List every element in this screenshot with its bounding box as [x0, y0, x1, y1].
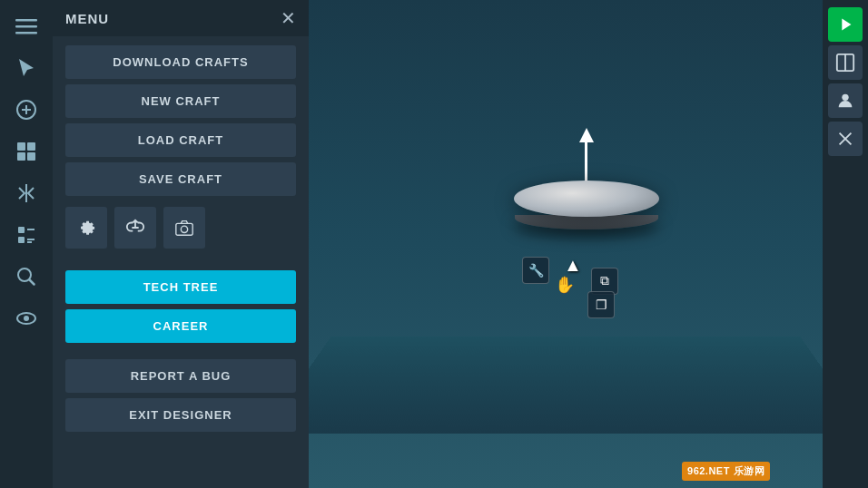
download-crafts-button[interactable]: DOWNLOAD CRAFTS — [65, 45, 296, 79]
tool-icon[interactable]: 🔧 — [522, 257, 549, 284]
search-icon[interactable] — [7, 258, 45, 296]
split-view-button[interactable] — [828, 45, 863, 80]
viewport-floor — [309, 337, 823, 434]
career-button[interactable]: CAREER — [65, 309, 296, 343]
mirror-icon[interactable] — [7, 174, 45, 212]
parts-list-icon[interactable] — [7, 132, 45, 171]
svg-rect-9 — [18, 237, 25, 243]
camera-button[interactable] — [163, 207, 205, 249]
craft-container — [514, 181, 659, 229]
report-bug-button[interactable]: REPORT A BUG — [65, 359, 296, 393]
settings-button[interactable] — [65, 207, 107, 249]
menu-header: MENU ✕ — [53, 0, 309, 36]
tools-button[interactable] — [828, 122, 863, 156]
menu-panel: MENU ✕ DOWNLOAD CRAFTS NEW CRAFT LOAD CR… — [53, 0, 309, 488]
new-craft-button[interactable]: NEW CRAFT — [65, 84, 296, 118]
share-button[interactable] — [114, 207, 156, 249]
play-button[interactable] — [828, 7, 863, 42]
svg-rect-13 — [176, 223, 192, 235]
viewport[interactable]: ▲ ✋ 🔧 ⧉ ❐ 962.NET 乐游网 — [309, 0, 823, 488]
cursor-tool-icon[interactable] — [7, 49, 45, 87]
exit-designer-button[interactable]: EXIT DESIGNER — [65, 398, 296, 432]
load-craft-button[interactable]: LOAD CRAFT — [65, 123, 296, 157]
tech-tree-button[interactable]: TECH TREE — [65, 270, 296, 304]
svg-point-17 — [842, 94, 848, 101]
add-part-icon[interactable] — [7, 91, 45, 129]
svg-rect-5 — [27, 142, 35, 151]
save-craft-button[interactable]: SAVE CRAFT — [65, 162, 296, 196]
svg-rect-4 — [17, 142, 25, 151]
user-button[interactable] — [828, 83, 863, 118]
svg-rect-2 — [15, 32, 37, 34]
svg-point-14 — [181, 226, 187, 232]
right-panel — [823, 0, 868, 488]
craft-disc-bottom — [515, 215, 658, 229]
svg-rect-0 — [15, 19, 37, 22]
grab-hand-icon: ✋ — [555, 275, 575, 295]
view-icon[interactable] — [7, 299, 45, 337]
svg-rect-6 — [17, 152, 25, 161]
hamburger-menu-icon[interactable] — [7, 7, 45, 45]
watermark-site: 962.NET — [687, 465, 730, 476]
checklist-icon[interactable] — [7, 216, 45, 254]
sidebar-icons — [0, 0, 53, 488]
craft-disc-top — [514, 181, 659, 217]
watermark: 962.NET 乐游网 — [682, 462, 770, 481]
cursor-pointer-icon: ▲ — [564, 255, 582, 276]
menu-title: MENU — [65, 11, 109, 26]
svg-rect-1 — [15, 25, 37, 28]
craft-up-arrow — [579, 128, 594, 182]
menu-close-button[interactable]: ✕ — [281, 9, 296, 27]
watermark-sub: 乐游网 — [734, 465, 765, 476]
menu-body: DOWNLOAD CRAFTS NEW CRAFT LOAD CRAFT SAV… — [53, 36, 309, 488]
svg-rect-7 — [27, 152, 35, 161]
svg-point-12 — [24, 316, 29, 321]
duplicate-icon[interactable]: ❐ — [587, 291, 615, 318]
menu-icons-row — [65, 207, 296, 249]
